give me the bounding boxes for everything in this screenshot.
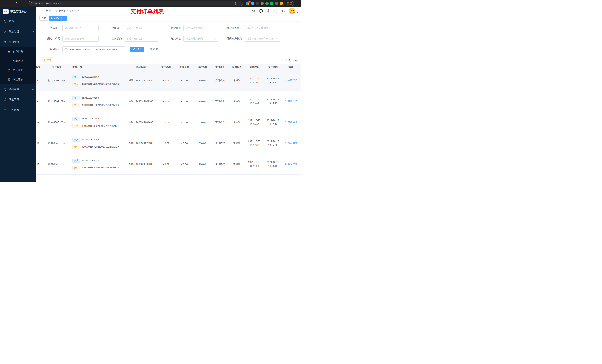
view-detail-link[interactable]: 查看详情 xyxy=(285,142,297,145)
target-icon xyxy=(7,69,10,72)
cell-notify: 未通知 xyxy=(228,162,245,166)
extension-icon[interactable]: 10 xyxy=(246,2,249,5)
caret-down-icon[interactable]: ▾ xyxy=(297,12,298,14)
user-avatar[interactable] xyxy=(289,8,295,14)
forward-icon[interactable]: → xyxy=(8,1,13,6)
extension-icon[interactable] xyxy=(261,2,264,5)
view-detail-link[interactable]: 查看详情 xyxy=(285,79,297,82)
cell-actions: 查看详情 xyxy=(282,79,300,82)
cell-channel: 微信 JSAPI 支付 xyxy=(46,142,68,145)
notify-status-select[interactable]: 请选择订单回调商户状态 xyxy=(244,36,280,42)
channel-transaction-no: 4200001173202110272847982104 xyxy=(82,125,119,127)
breadcrumb: 首页 / 支付管理 / 支付订单 xyxy=(46,9,80,13)
channel-transaction-no: 4200001194202110276752100612 xyxy=(82,166,119,169)
view-detail-link[interactable]: 查看详情 xyxy=(285,162,297,166)
date-start: 2021-10-01 00:00:00 xyxy=(69,48,91,51)
font-size-icon[interactable]: TT xyxy=(281,9,285,13)
cell-status: 支付成功 xyxy=(212,121,228,124)
sidebar-toggle-icon[interactable] xyxy=(40,10,43,12)
back-icon[interactable]: ← xyxy=(2,1,7,6)
sidebar-item-merchant-info[interactable]: 商户信息 xyxy=(0,47,36,56)
close-icon[interactable]: × xyxy=(64,17,65,19)
cell-actions: 查看详情 xyxy=(282,121,300,124)
table-header: 编号 支付渠道 支付订单 商品标题 支付金额 手续金额 退款金额 支付状态 回调… xyxy=(36,64,301,70)
cell-fee: ¥ 0.00 xyxy=(175,163,194,166)
sidebar-item-refund-order[interactable]: 退款订单 xyxy=(0,75,36,84)
owner-merchant-input[interactable] xyxy=(62,25,99,31)
refund-status-select[interactable]: 请选择退款状态 xyxy=(183,36,218,42)
breadcrumb-current: 支付订单 xyxy=(69,9,80,13)
browser-menu-icon[interactable]: ⋮ xyxy=(295,2,299,5)
view-detail-link[interactable]: 查看详情 xyxy=(285,100,297,103)
extensions-puzzle-icon[interactable] xyxy=(275,2,278,5)
tab-pay-order[interactable]: 支付订单 × xyxy=(49,16,67,21)
extension-icon[interactable] xyxy=(270,2,273,5)
cell-paid: 2021-10-27 13:22:15 xyxy=(264,77,282,84)
list-toolbar: 导出 xyxy=(36,57,301,62)
site-info-icon[interactable]: ⓘ xyxy=(31,2,33,5)
pay-tag: 支付 xyxy=(72,82,80,86)
cell-actions: 查看详情 xyxy=(282,142,300,145)
sidebar-item-infra[interactable]: 基础设施 xyxy=(0,84,36,94)
browser-update-button[interactable]: 更新 xyxy=(285,1,294,6)
extension-icon[interactable] xyxy=(256,2,259,5)
refresh-table-button[interactable] xyxy=(293,57,298,62)
cell-created: 2021-10-27 13:18:02 xyxy=(245,118,264,126)
col-fee: 手续金额 xyxy=(175,65,194,69)
github-icon[interactable] xyxy=(259,9,263,13)
reset-button[interactable]: 重置 xyxy=(147,47,161,52)
search-button[interactable]: 搜索 xyxy=(130,47,144,52)
cell-id: 20 xyxy=(36,100,46,103)
profile-avatar-icon[interactable] xyxy=(280,2,283,5)
col-channel: 支付渠道 xyxy=(46,65,68,69)
sidebar-item-workflow[interactable]: 工作流程 xyxy=(0,105,36,115)
breadcrumb-payment[interactable]: 支付管理 xyxy=(55,9,65,13)
fullscreen-icon[interactable] xyxy=(274,9,278,13)
cell-channel: 微信 JSAPI 支付 xyxy=(46,79,68,82)
filter-label: 商户订单编号 xyxy=(218,26,244,30)
pay-status-select[interactable]: 请选择支付状态 xyxy=(124,36,159,42)
extension-icon[interactable]: ✓ xyxy=(266,2,269,5)
sidebar-item-pay-order[interactable]: 支付订单 xyxy=(0,66,36,75)
merchant-order-no-input[interactable] xyxy=(244,25,280,31)
sidebar-item-system[interactable]: 系统管理 xyxy=(0,26,36,37)
cell-title: 标题：1635311881439 xyxy=(125,121,157,124)
help-icon[interactable]: ? xyxy=(267,9,270,13)
search-icon xyxy=(285,79,287,82)
cell-created: 2021-10-27 13:17:03 xyxy=(245,139,264,147)
cell-status: 支付成功 xyxy=(212,79,228,82)
view-detail-link[interactable]: 查看详情 xyxy=(285,121,297,124)
search-icon xyxy=(288,59,290,61)
address-bar[interactable]: ⓘ localhost:1024/pay/order ☆ xyxy=(29,1,243,6)
svg-text:T: T xyxy=(282,10,283,12)
app-no-select[interactable]: 请选择应用信息 xyxy=(124,25,159,31)
cell-actions: 查看详情 xyxy=(282,162,300,166)
cell-title: 标题：1635311823086 xyxy=(125,142,157,145)
merchant-order-no: 1635311468233 xyxy=(82,159,99,162)
tab-home[interactable]: 首页 xyxy=(39,16,48,21)
toggle-search-button[interactable] xyxy=(286,57,291,62)
active-dot-icon xyxy=(51,17,53,19)
bookmark-star-icon[interactable]: ☆ xyxy=(238,2,240,5)
cell-refund: ¥ 0.00 xyxy=(194,142,212,145)
svg-text:?: ? xyxy=(268,10,269,12)
extension-icon[interactable] xyxy=(251,2,254,5)
channel-code-select[interactable]: 请输入渠道编码 xyxy=(183,25,218,31)
date-end: 2021-10-31 23:59:59 xyxy=(96,48,118,51)
sidebar-item-app-info[interactable]: 应用信息 xyxy=(0,56,36,66)
cell-refund: ¥ 0.00 xyxy=(194,163,212,166)
search-icon xyxy=(285,163,287,165)
export-button[interactable]: 导出 xyxy=(41,57,53,62)
share-icon[interactable] xyxy=(234,2,237,5)
sidebar-item-payment[interactable]: ¥ 支付管理 xyxy=(0,37,36,47)
reload-icon[interactable]: ↻ xyxy=(14,1,20,6)
table-row: 20 微信 JSAPI 支付 商户 1635311949168 支付 42000… xyxy=(36,91,301,112)
channel-order-no-input[interactable] xyxy=(62,36,99,42)
sidebar-item-dev-tools[interactable]: 研发工具 xyxy=(0,94,36,105)
search-icon[interactable] xyxy=(252,9,256,13)
breadcrumb-home[interactable]: 首页 xyxy=(46,9,51,13)
home-icon[interactable]: ⌂ xyxy=(21,1,26,6)
sidebar-item-home[interactable]: 首页 xyxy=(0,16,36,26)
filter-label: 所属商户 xyxy=(41,26,62,30)
create-time-range-picker[interactable]: 2021-10-01 00:00:00 - 2021-10-31 23:59:5… xyxy=(62,46,125,52)
